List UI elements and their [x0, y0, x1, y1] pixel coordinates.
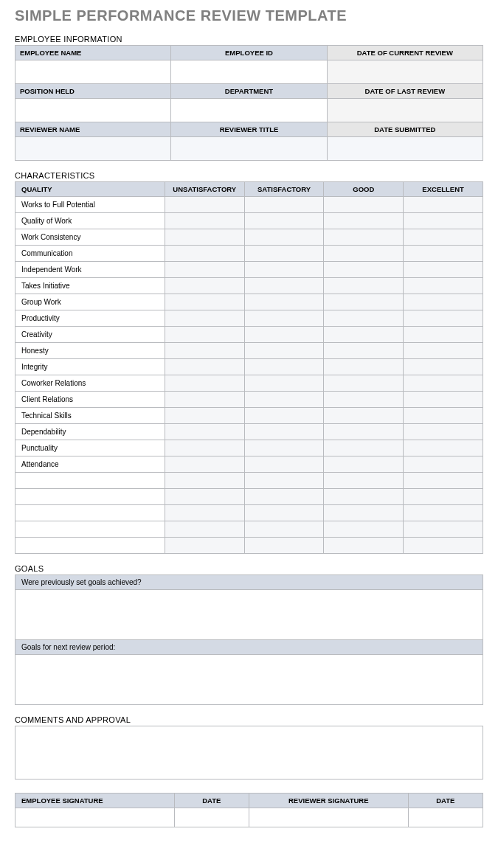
rating-cell[interactable] — [324, 473, 404, 489]
rating-cell[interactable] — [165, 489, 244, 505]
rating-cell[interactable] — [324, 246, 404, 262]
input-date-current-review[interactable] — [327, 60, 483, 84]
rating-cell[interactable] — [404, 489, 483, 505]
rating-cell[interactable] — [324, 262, 404, 278]
rating-cell[interactable] — [165, 505, 244, 521]
rating-cell[interactable] — [244, 456, 324, 473]
rating-cell[interactable] — [244, 246, 324, 262]
rating-cell[interactable] — [165, 473, 244, 489]
input-reviewer-title[interactable] — [171, 137, 327, 161]
rating-cell[interactable] — [404, 424, 483, 440]
rating-cell[interactable] — [244, 375, 324, 392]
rating-cell[interactable] — [404, 213, 483, 229]
rating-cell[interactable] — [324, 327, 404, 343]
rating-cell[interactable] — [324, 197, 404, 213]
rating-cell[interactable] — [244, 327, 324, 343]
rating-cell[interactable] — [324, 213, 404, 229]
rating-cell[interactable] — [404, 408, 483, 424]
rating-cell[interactable] — [324, 375, 404, 392]
rating-cell[interactable] — [165, 229, 244, 246]
rating-cell[interactable] — [324, 521, 404, 538]
rating-cell[interactable] — [244, 310, 324, 327]
rating-cell[interactable] — [165, 278, 244, 294]
rating-cell[interactable] — [404, 229, 483, 246]
rating-cell[interactable] — [244, 213, 324, 229]
rating-cell[interactable] — [244, 473, 324, 489]
rating-cell[interactable] — [324, 538, 404, 554]
rating-cell[interactable] — [244, 408, 324, 424]
rating-cell[interactable] — [324, 343, 404, 359]
rating-cell[interactable] — [404, 262, 483, 278]
rating-cell[interactable] — [244, 521, 324, 538]
rating-cell[interactable] — [165, 408, 244, 424]
rating-cell[interactable] — [165, 246, 244, 262]
rating-cell[interactable] — [244, 343, 324, 359]
rating-cell[interactable] — [244, 538, 324, 554]
rating-cell[interactable] — [404, 538, 483, 554]
rating-cell[interactable] — [404, 310, 483, 327]
rating-cell[interactable] — [404, 375, 483, 392]
input-position-held[interactable] — [15, 99, 171, 122]
rating-cell[interactable] — [165, 294, 244, 310]
rating-cell[interactable] — [244, 229, 324, 246]
rating-cell[interactable] — [165, 424, 244, 440]
rating-cell[interactable] — [244, 505, 324, 521]
rating-cell[interactable] — [404, 294, 483, 310]
rating-cell[interactable] — [404, 359, 483, 375]
rating-cell[interactable] — [165, 262, 244, 278]
rating-cell[interactable] — [324, 424, 404, 440]
rating-cell[interactable] — [324, 310, 404, 327]
rating-cell[interactable] — [165, 456, 244, 473]
rating-cell[interactable] — [404, 278, 483, 294]
rating-cell[interactable] — [244, 424, 324, 440]
rating-cell[interactable] — [244, 359, 324, 375]
rating-cell[interactable] — [165, 343, 244, 359]
rating-cell[interactable] — [244, 489, 324, 505]
rating-cell[interactable] — [244, 197, 324, 213]
input-date-submitted[interactable] — [327, 137, 483, 161]
rating-cell[interactable] — [324, 489, 404, 505]
rating-cell[interactable] — [404, 197, 483, 213]
input-sig-date2[interactable] — [408, 808, 483, 827]
input-reviewer-name[interactable] — [15, 137, 171, 161]
rating-cell[interactable] — [404, 521, 483, 538]
rating-cell[interactable] — [165, 521, 244, 538]
rating-cell[interactable] — [404, 440, 483, 456]
rating-cell[interactable] — [244, 262, 324, 278]
rating-cell[interactable] — [404, 343, 483, 359]
rating-cell[interactable] — [244, 278, 324, 294]
rating-cell[interactable] — [404, 327, 483, 343]
rating-cell[interactable] — [324, 408, 404, 424]
rating-cell[interactable] — [165, 359, 244, 375]
rating-cell[interactable] — [404, 246, 483, 262]
rating-cell[interactable] — [404, 392, 483, 408]
input-department[interactable] — [171, 99, 327, 122]
rating-cell[interactable] — [165, 213, 244, 229]
rating-cell[interactable] — [324, 456, 404, 473]
rating-cell[interactable] — [244, 294, 324, 310]
rating-cell[interactable] — [165, 538, 244, 554]
rating-cell[interactable] — [324, 229, 404, 246]
rating-cell[interactable] — [404, 456, 483, 473]
rating-cell[interactable] — [165, 310, 244, 327]
rating-cell[interactable] — [324, 440, 404, 456]
input-reviewer-signature[interactable] — [249, 808, 408, 827]
input-employee-signature[interactable] — [15, 808, 175, 827]
rating-cell[interactable] — [404, 505, 483, 521]
rating-cell[interactable] — [165, 392, 244, 408]
rating-cell[interactable] — [244, 392, 324, 408]
rating-cell[interactable] — [244, 440, 324, 456]
rating-cell[interactable] — [404, 473, 483, 489]
rating-cell[interactable] — [324, 392, 404, 408]
input-goals-previous[interactable] — [15, 590, 483, 640]
input-date-last-review[interactable] — [327, 99, 483, 122]
rating-cell[interactable] — [165, 375, 244, 392]
rating-cell[interactable] — [324, 294, 404, 310]
input-sig-date1[interactable] — [174, 808, 249, 827]
rating-cell[interactable] — [324, 278, 404, 294]
rating-cell[interactable] — [165, 327, 244, 343]
rating-cell[interactable] — [165, 440, 244, 456]
input-employee-name[interactable] — [15, 60, 171, 84]
input-comments[interactable] — [15, 726, 483, 780]
rating-cell[interactable] — [165, 197, 244, 213]
